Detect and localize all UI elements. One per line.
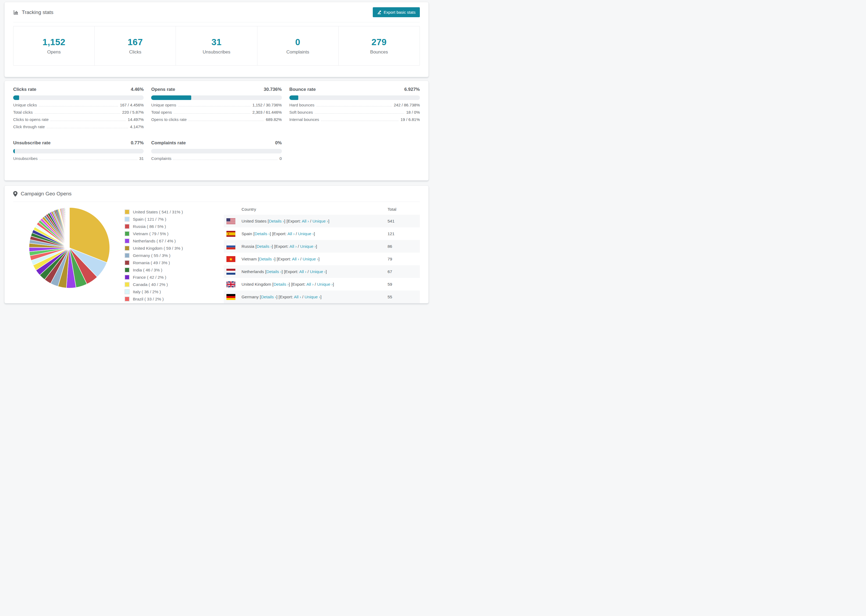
country-total: 55 bbox=[387, 295, 420, 299]
table-row-netherlands: Netherlands [Details ›] [Export: All › /… bbox=[224, 265, 420, 278]
stat-value: 279 bbox=[372, 37, 387, 47]
map-pin-icon bbox=[13, 191, 17, 197]
rate-stat-label: Total opens bbox=[151, 110, 172, 115]
table-row-united-states: United States [Details ›] [Export: All ›… bbox=[224, 215, 420, 227]
geo-table: Country Total United States [Details ›] … bbox=[224, 204, 420, 303]
geo-table-header: Country Total bbox=[224, 204, 420, 215]
rate-stat-row: Total clicks 220 / 5.87% bbox=[13, 110, 143, 117]
legend-label: Brazil ( 33 / 2% ) bbox=[133, 297, 164, 302]
stat-cell-opens: 1,152 Opens bbox=[13, 26, 94, 65]
rate-progress-fill bbox=[290, 96, 299, 100]
legend-swatch bbox=[124, 238, 130, 244]
geo-body: United States ( 541 / 31% ) Spain ( 121 … bbox=[5, 202, 428, 303]
legend-label: Spain ( 121 / 7% ) bbox=[133, 217, 166, 222]
table-row-united-kingdom: United Kingdom [Details ›] [Export: All … bbox=[224, 278, 420, 291]
country-name: Russia bbox=[241, 244, 255, 248]
rate-progress-fill bbox=[151, 96, 191, 100]
dotted-leader bbox=[174, 113, 250, 114]
details-link[interactable]: Details › bbox=[254, 231, 270, 236]
legend-label: Vietnam ( 79 / 5% ) bbox=[133, 231, 168, 236]
vn-flag-icon bbox=[227, 256, 235, 262]
stat-cell-clicks: 167 Clicks bbox=[94, 26, 176, 65]
stat-label: Clicks bbox=[129, 49, 141, 55]
country-name: Netherlands bbox=[241, 269, 265, 274]
geo-legend: United States ( 541 / 31% ) Spain ( 121 … bbox=[124, 208, 217, 303]
export-all-link[interactable]: All › bbox=[302, 219, 309, 223]
export-all-link[interactable]: All › bbox=[290, 244, 297, 248]
geo-table-body: United States [Details ›] [Export: All ›… bbox=[224, 215, 420, 303]
export-unique-link[interactable]: Unique › bbox=[304, 295, 320, 299]
export-unique-link[interactable]: Unique › bbox=[317, 282, 333, 286]
export-unique-link[interactable]: Unique › bbox=[302, 257, 318, 261]
export-all-link[interactable]: All › bbox=[299, 269, 307, 274]
dotted-leader bbox=[178, 106, 250, 107]
legend-item: Netherlands ( 67 / 4% ) bbox=[124, 237, 217, 245]
rate-block-bounce-rate: Bounce rate 6.927% Hard bounces 242 / 86… bbox=[290, 87, 420, 132]
stat-value: 31 bbox=[211, 37, 222, 47]
legend-swatch bbox=[124, 246, 130, 251]
legend-swatch bbox=[124, 217, 130, 222]
total-column-header: Total bbox=[387, 207, 420, 212]
rate-stat-row: Click through rate 4.147% bbox=[13, 124, 143, 132]
campaign-geo-opens-card: Campaign Geo Opens United States ( 541 /… bbox=[4, 185, 429, 303]
rate-block-clicks-rate: Clicks rate 4.46% Unique clicks 167 / 4.… bbox=[13, 87, 143, 132]
rate-stat-row: Total opens 2,303 / 61.446% bbox=[151, 110, 282, 117]
dotted-leader bbox=[315, 113, 404, 114]
export-unique-link[interactable]: Unique › bbox=[298, 231, 314, 236]
stat-cell-unsubscribes: 31 Unsubscribes bbox=[176, 26, 257, 65]
stat-value: 0 bbox=[295, 37, 301, 47]
legend-label: France ( 42 / 2% ) bbox=[133, 275, 166, 280]
legend-swatch bbox=[124, 260, 130, 265]
export-all-link[interactable]: All › bbox=[306, 282, 313, 286]
rate-stat-label: Clicks to opens rate bbox=[13, 117, 49, 122]
details-link[interactable]: Details › bbox=[274, 282, 289, 286]
es-flag-icon bbox=[227, 231, 235, 237]
rate-stat-row: Unique clicks 167 / 4.456% bbox=[13, 103, 143, 110]
export-unique-link[interactable]: Unique › bbox=[310, 269, 326, 274]
table-row-spain: Spain [Details ›] [Export: All › / Uniqu… bbox=[224, 227, 420, 240]
gb-flag-icon bbox=[227, 281, 235, 287]
legend-swatch bbox=[124, 253, 130, 258]
country-total: 67 bbox=[387, 269, 420, 274]
rate-stat-value: 689.82% bbox=[266, 117, 282, 122]
rate-stat-value: 1,152 / 30.736% bbox=[252, 103, 282, 107]
export-all-link[interactable]: All › bbox=[288, 231, 295, 236]
pie-slice-other-63 bbox=[69, 207, 69, 248]
geo-header: Campaign Geo Opens bbox=[13, 186, 420, 202]
rate-value: 4.46% bbox=[131, 87, 143, 92]
legend-label: Germany ( 55 / 3% ) bbox=[133, 253, 170, 258]
details-link[interactable]: Details › bbox=[261, 295, 276, 299]
rate-stat-label: Unique opens bbox=[151, 103, 176, 107]
tracking-stats-card: Tracking stats Export basic stats 1,152 … bbox=[4, 2, 429, 77]
stat-strip: 1,152 Opens 167 Clicks 31 Unsubscribes 0… bbox=[13, 26, 420, 66]
country-name: Germany bbox=[241, 295, 260, 299]
country-total: 121 bbox=[387, 231, 420, 236]
export-all-link[interactable]: All › bbox=[294, 295, 301, 299]
rate-title: Bounce rate bbox=[290, 87, 316, 92]
legend-swatch bbox=[124, 267, 130, 272]
export-unique-link[interactable]: Unique › bbox=[300, 244, 316, 248]
export-all-link[interactable]: All › bbox=[292, 257, 299, 261]
details-link[interactable]: Details › bbox=[259, 257, 274, 261]
rate-stat-row: Complaints 0 bbox=[151, 156, 282, 163]
country-name: Vietnam bbox=[241, 257, 258, 261]
rate-stat-row: Soft bounces 18 / 0% bbox=[290, 110, 420, 117]
legend-item: Canada ( 40 / 2% ) bbox=[124, 281, 217, 288]
de-flag-icon bbox=[227, 294, 235, 300]
legend-label: India ( 46 / 3% ) bbox=[133, 268, 162, 272]
legend-item: United Kingdom ( 59 / 3% ) bbox=[124, 245, 217, 252]
export-basic-stats-button[interactable]: Export basic stats bbox=[373, 7, 420, 17]
country-total: 79 bbox=[387, 257, 420, 261]
details-link[interactable]: Details › bbox=[269, 219, 284, 223]
rate-progress-track bbox=[13, 149, 143, 154]
dotted-leader bbox=[47, 128, 128, 128]
details-link[interactable]: Details › bbox=[257, 244, 272, 248]
legend-item: Vietnam ( 79 / 5% ) bbox=[124, 230, 217, 237]
rate-value: 6.927% bbox=[404, 87, 420, 92]
rate-stat-value: 31 bbox=[139, 156, 144, 161]
details-link[interactable]: Details › bbox=[266, 269, 282, 274]
rate-stat-label: Hard bounces bbox=[290, 103, 314, 107]
stat-value: 167 bbox=[128, 37, 143, 47]
country-total: 59 bbox=[387, 282, 420, 287]
export-unique-link[interactable]: Unique › bbox=[313, 219, 328, 223]
